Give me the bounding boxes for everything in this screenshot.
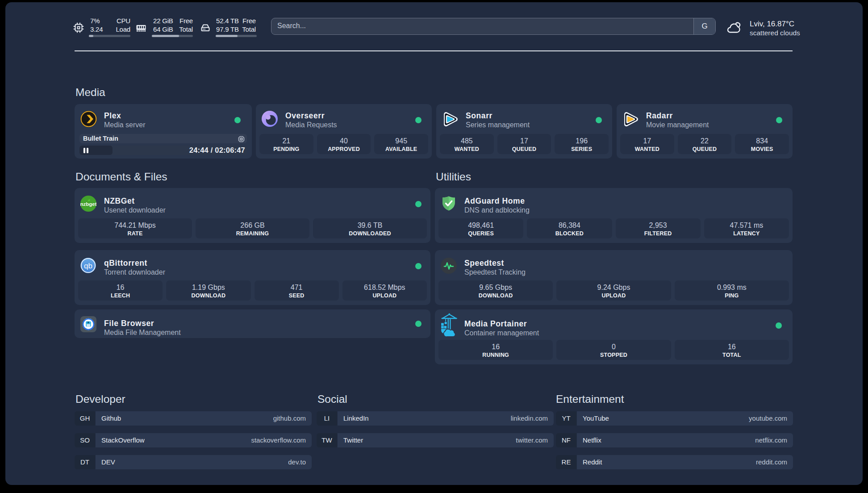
svg-text:nzbget: nzbget bbox=[80, 201, 96, 207]
svg-text:qb: qb bbox=[84, 262, 92, 270]
